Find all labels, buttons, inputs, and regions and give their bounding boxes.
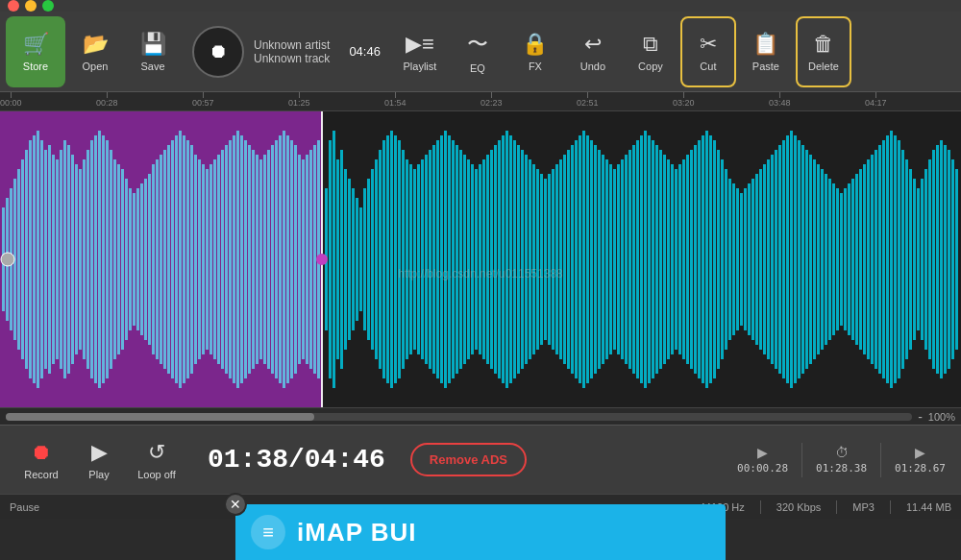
svg-rect-43 — [167, 145, 170, 374]
svg-rect-196 — [759, 169, 762, 350]
svg-rect-223 — [863, 164, 866, 354]
svg-rect-125 — [486, 155, 489, 364]
close-button[interactable] — [8, 0, 19, 12]
svg-rect-198 — [767, 159, 770, 359]
svg-rect-189 — [732, 183, 735, 335]
svg-rect-161 — [625, 155, 628, 364]
svg-rect-27 — [106, 140, 109, 378]
svg-rect-107 — [417, 164, 420, 354]
banner-icon: ≡ — [251, 515, 285, 549]
svg-rect-138 — [536, 169, 539, 350]
svg-point-249 — [316, 254, 328, 265]
track-artist: Unknown artist — [254, 38, 330, 52]
delete-button[interactable]: 🗑 Delete — [796, 16, 851, 87]
svg-rect-181 — [702, 135, 704, 383]
svg-rect-208 — [805, 150, 808, 369]
svg-rect-30 — [117, 164, 120, 354]
zoom-minus[interactable]: - — [918, 409, 923, 425]
svg-rect-55 — [213, 159, 216, 359]
track-thumbnail: ⏺ — [192, 26, 244, 78]
svg-rect-142 — [552, 169, 554, 350]
svg-rect-200 — [775, 150, 777, 369]
record-button[interactable]: ⏺ Record — [15, 431, 67, 489]
copy-label: Copy — [638, 61, 663, 72]
svg-rect-33 — [129, 188, 132, 330]
svg-rect-85 — [333, 131, 335, 388]
marker1-time: 00:00.28 — [737, 462, 788, 475]
svg-rect-11 — [44, 150, 47, 369]
svg-rect-96 — [375, 159, 378, 359]
svg-rect-215 — [832, 183, 835, 335]
cut-button[interactable]: ✂ Cut — [680, 16, 736, 87]
svg-rect-229 — [886, 135, 889, 383]
svg-rect-58 — [225, 145, 228, 374]
eq-button[interactable]: 〜 EQ — [450, 16, 505, 87]
waveform-container[interactable]: http://blog.csdn.net/u011551388 — [0, 111, 961, 407]
svg-rect-21 — [83, 159, 86, 359]
svg-rect-180 — [698, 140, 701, 378]
svg-rect-147 — [571, 145, 574, 374]
svg-rect-41 — [160, 155, 162, 364]
svg-rect-199 — [771, 155, 774, 364]
loop-button[interactable]: ↺ Loop off — [131, 431, 183, 489]
svg-rect-115 — [448, 135, 451, 383]
svg-rect-39 — [152, 164, 155, 354]
svg-rect-89 — [348, 179, 351, 340]
scroll-thumb[interactable] — [6, 413, 314, 421]
time-display: 01:38/04:46 — [208, 445, 385, 475]
svg-rect-119 — [463, 155, 466, 364]
fx-button[interactable]: 🔒 FX — [507, 16, 563, 87]
svg-rect-139 — [540, 174, 543, 345]
svg-rect-228 — [882, 140, 885, 378]
svg-rect-236 — [913, 179, 916, 340]
save-button[interactable]: 💾 Save — [125, 16, 181, 87]
svg-rect-7 — [29, 140, 32, 378]
playlist-button[interactable]: ▶≡ Playlist — [392, 16, 448, 87]
svg-rect-210 — [813, 159, 816, 359]
copy-button[interactable]: ⧉ Copy — [623, 16, 678, 87]
svg-rect-173 — [671, 164, 674, 354]
svg-rect-124 — [482, 159, 485, 359]
svg-rect-110 — [429, 150, 431, 369]
marker2-icon: ⏱ — [835, 445, 849, 460]
svg-rect-53 — [206, 169, 209, 350]
remove-ads-button[interactable]: Remove ADS — [410, 443, 527, 476]
ruler-marks: 00:0000:2800:5701:2501:5402:2302:5103:20… — [0, 92, 961, 110]
svg-rect-105 — [409, 164, 412, 354]
scroll-track[interactable] — [6, 413, 912, 421]
marker-divider-1 — [801, 443, 802, 477]
svg-rect-78 — [302, 159, 305, 359]
marker-group-1: ▶ 00:00.28 — [737, 445, 788, 475]
open-button[interactable]: 📂 Open — [67, 16, 123, 87]
svg-rect-202 — [782, 140, 785, 378]
svg-rect-150 — [582, 131, 585, 388]
svg-rect-211 — [817, 164, 820, 354]
open-label: Open — [83, 61, 109, 72]
banner-close-button[interactable]: ✕ — [224, 493, 247, 516]
eq-icon: 〜 — [467, 30, 488, 59]
svg-rect-240 — [928, 159, 931, 359]
svg-rect-118 — [459, 150, 462, 369]
svg-rect-28 — [110, 150, 112, 369]
maximize-button[interactable] — [42, 0, 54, 12]
store-button[interactable]: 🛒 Store — [6, 16, 65, 87]
svg-rect-99 — [386, 135, 389, 383]
svg-rect-102 — [398, 140, 401, 378]
minimize-button[interactable] — [25, 0, 37, 12]
svg-rect-246 — [951, 159, 954, 359]
playlist-label: Playlist — [404, 61, 437, 72]
svg-rect-91 — [356, 198, 358, 321]
svg-rect-5 — [21, 159, 24, 359]
svg-rect-235 — [909, 169, 912, 350]
paste-button[interactable]: 📋 Paste — [738, 16, 794, 87]
timeline-ruler: 00:0000:2800:5701:2501:5402:2302:5103:20… — [0, 92, 961, 111]
svg-rect-135 — [525, 155, 528, 364]
svg-rect-160 — [621, 159, 624, 359]
undo-button[interactable]: ↩ Undo — [565, 16, 621, 87]
toolbar: 🛒 Store 📂 Open 💾 Save ⏺ Unknown artist U… — [0, 12, 961, 92]
track-duration: 04:46 — [349, 44, 381, 59]
play-button[interactable]: ▶ Play — [73, 431, 125, 489]
playlist-icon: ▶≡ — [406, 32, 434, 57]
svg-rect-143 — [555, 164, 558, 354]
svg-rect-81 — [313, 145, 316, 374]
